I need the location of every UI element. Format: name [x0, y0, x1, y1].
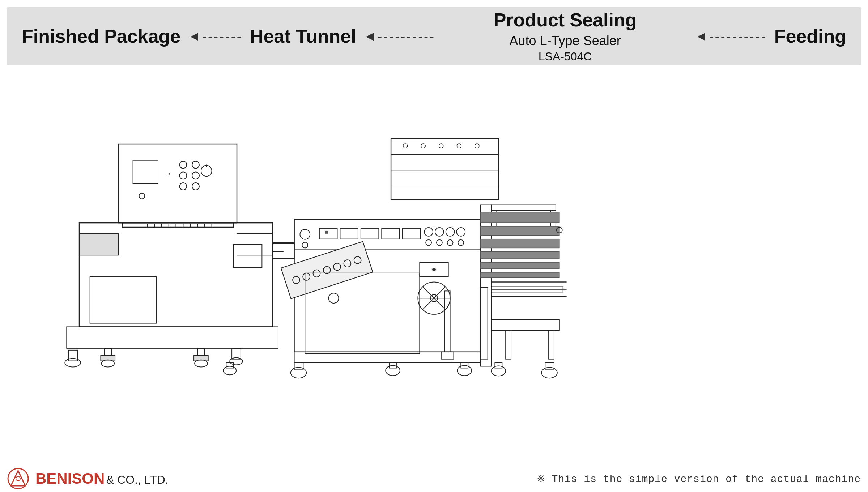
heat-tunnel-label: Heat Tunnel — [250, 25, 356, 47]
svg-rect-42 — [294, 219, 481, 250]
feeding-label: Feeding — [774, 25, 846, 47]
svg-rect-48 — [382, 228, 400, 239]
svg-point-57 — [458, 240, 464, 246]
finished-package-label: Finished Package — [22, 25, 180, 47]
disclaimer-text: ※ This is the simple version of the actu… — [537, 472, 861, 485]
svg-point-9 — [192, 183, 199, 190]
benison-logo-icon — [7, 468, 29, 489]
svg-point-66 — [329, 293, 339, 303]
svg-point-43 — [300, 229, 310, 239]
svg-point-44 — [302, 242, 308, 248]
arrow-3: ◄---------- — [695, 29, 767, 44]
svg-point-4 — [179, 161, 187, 169]
logo-area: BENISON & CO., LTD. — [7, 468, 169, 489]
svg-point-76 — [403, 144, 408, 148]
arrow-2: ◄---------- — [363, 29, 436, 44]
svg-point-8 — [179, 183, 187, 190]
svg-marker-126 — [11, 471, 25, 486]
product-sealing-section: Product Sealing Auto L-Type Sealer LSA-5… — [435, 8, 695, 64]
svg-point-122 — [492, 366, 506, 376]
svg-point-77 — [421, 144, 425, 148]
svg-rect-110 — [549, 330, 554, 359]
svg-point-118 — [457, 365, 472, 376]
logo-company: BENISON — [35, 470, 105, 487]
svg-rect-31 — [104, 348, 111, 356]
svg-rect-84 — [481, 251, 559, 259]
svg-point-53 — [456, 228, 465, 236]
svg-text:→: → — [164, 169, 172, 178]
svg-rect-72 — [391, 139, 498, 199]
svg-rect-86 — [481, 272, 559, 278]
svg-rect-67 — [325, 231, 328, 234]
svg-rect-13 — [122, 223, 233, 227]
svg-point-80 — [475, 144, 479, 148]
svg-rect-81 — [481, 212, 559, 223]
svg-rect-47 — [361, 228, 379, 239]
footer: BENISON & CO., LTD. ※ This is the simple… — [7, 465, 861, 492]
svg-point-30 — [65, 359, 81, 367]
svg-rect-26 — [67, 327, 278, 348]
svg-rect-46 — [340, 228, 358, 239]
svg-rect-109 — [506, 330, 511, 359]
svg-point-7 — [192, 172, 199, 179]
svg-rect-121 — [495, 363, 502, 368]
product-sealing-model: LSA-504C — [494, 49, 637, 64]
svg-rect-113 — [226, 363, 233, 368]
svg-rect-111 — [294, 363, 303, 370]
logo-text: BENISON & CO., LTD. — [35, 470, 169, 487]
svg-rect-83 — [481, 239, 559, 248]
svg-point-114 — [223, 366, 236, 375]
svg-point-55 — [437, 240, 442, 246]
svg-point-112 — [291, 367, 307, 378]
product-sealing-sub: Auto L-Type Sealer — [494, 33, 637, 50]
product-sealing-block: Product Sealing Auto L-Type Sealer LSA-5… — [494, 8, 637, 64]
svg-rect-24 — [79, 234, 119, 255]
svg-point-12 — [139, 193, 145, 199]
svg-rect-69 — [492, 205, 556, 211]
svg-rect-108 — [492, 320, 559, 331]
svg-point-6 — [179, 172, 187, 179]
svg-point-5 — [192, 161, 199, 169]
svg-point-51 — [435, 228, 444, 236]
svg-point-78 — [439, 144, 443, 148]
svg-rect-29 — [68, 350, 77, 361]
svg-rect-106 — [445, 291, 450, 352]
diagram-area: → — [7, 69, 861, 463]
svg-point-120 — [541, 367, 557, 378]
logo-suffix: & CO., LTD. — [106, 473, 169, 486]
arrow-1: ◄------- — [188, 29, 243, 44]
feeding-section: ◄---------- Feeding — [695, 25, 846, 47]
svg-point-116 — [386, 365, 400, 376]
svg-point-79 — [457, 144, 461, 148]
product-sealing-title: Product Sealing — [494, 8, 637, 33]
finished-package-section: Finished Package ◄------- Heat Tunnel ◄-… — [22, 25, 435, 47]
svg-rect-2 — [133, 160, 158, 183]
svg-rect-82 — [481, 226, 559, 236]
svg-point-52 — [446, 228, 455, 236]
svg-rect-49 — [403, 228, 421, 239]
svg-point-50 — [424, 228, 433, 236]
svg-rect-107 — [441, 352, 454, 359]
svg-rect-85 — [481, 262, 559, 269]
svg-rect-39 — [273, 243, 294, 259]
svg-point-56 — [447, 240, 453, 246]
machine-diagram: → — [7, 69, 861, 463]
svg-rect-27 — [90, 277, 156, 323]
svg-point-54 — [426, 240, 431, 246]
svg-point-127 — [16, 476, 20, 481]
svg-rect-93 — [481, 287, 488, 359]
svg-rect-119 — [545, 363, 554, 370]
svg-rect-28 — [233, 245, 262, 268]
svg-rect-34 — [197, 348, 205, 356]
svg-point-89 — [432, 268, 436, 271]
svg-rect-45 — [319, 228, 337, 239]
header-bar: Finished Package ◄------- Heat Tunnel ◄-… — [7, 7, 861, 65]
